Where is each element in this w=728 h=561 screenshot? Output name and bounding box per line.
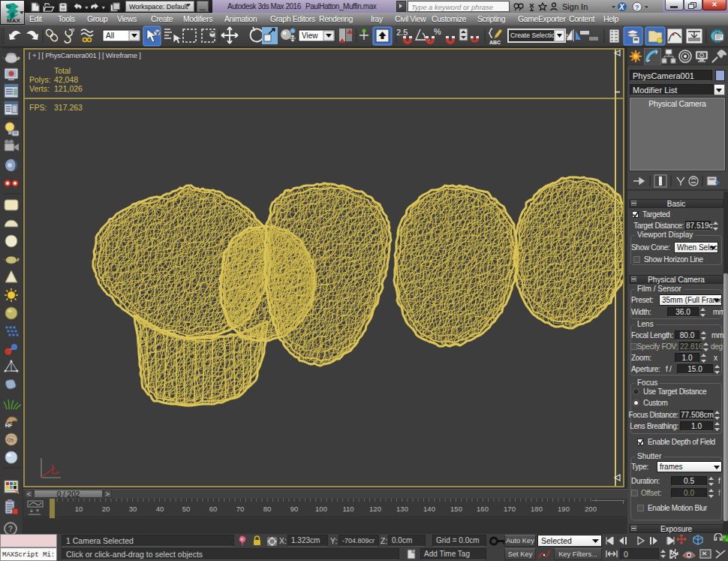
svg-text:X: X: [618, 3, 625, 11]
svg-text:110: 110: [342, 505, 353, 513]
svg-text:180: 180: [531, 505, 543, 513]
svg-text:60: 60: [209, 505, 218, 513]
svg-text:170: 170: [504, 505, 516, 513]
svg-text:150: 150: [450, 505, 462, 513]
svg-text:40: 40: [156, 505, 164, 513]
svg-text:200: 200: [585, 505, 597, 513]
svg-text:140: 140: [423, 505, 435, 513]
svg-text:160: 160: [477, 505, 489, 513]
svg-text:2.5: 2.5: [396, 28, 408, 37]
svg-text:90: 90: [290, 505, 299, 513]
svg-text:130: 130: [396, 505, 408, 513]
svg-text:30: 30: [129, 505, 137, 513]
svg-text:All: All: [106, 32, 114, 40]
svg-text:Os: Os: [7, 437, 14, 442]
svg-text:120: 120: [369, 505, 381, 513]
svg-text:ABC: ABC: [489, 40, 501, 45]
svg-text:20: 20: [102, 505, 110, 513]
svg-text:190: 190: [558, 505, 570, 513]
svg-text:?: ?: [8, 525, 13, 533]
svg-text:10: 10: [75, 505, 83, 513]
svg-text:MAX: MAX: [7, 17, 20, 24]
svg-text:HF: HF: [5, 423, 13, 428]
svg-text:Sign In: Sign In: [562, 2, 588, 11]
svg-text:%: %: [434, 27, 441, 36]
svg-text:?: ?: [635, 4, 639, 11]
svg-text:100: 100: [315, 505, 327, 513]
svg-text:80: 80: [263, 505, 272, 513]
svg-text:View: View: [302, 32, 318, 40]
svg-text:70: 70: [236, 505, 245, 513]
svg-text:50: 50: [182, 505, 191, 513]
